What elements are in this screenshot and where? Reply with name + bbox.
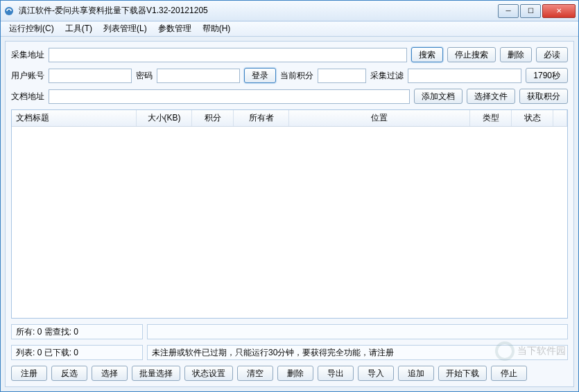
batch-select-button[interactable]: 批量选择 [132,366,180,381]
current-points-input[interactable] [318,69,366,83]
collect-filter-input[interactable] [408,69,521,83]
collect-address-row: 采集地址 搜索 停止搜索 删除 必读 [11,47,568,62]
stop-button[interactable]: 停止 [491,366,527,381]
collect-filter-label: 采集过滤 [370,70,404,82]
info-row-2: 列表: 0 已下载: 0 未注册或软件已过期，只能运行30分钟，要获得完全功能，… [11,345,568,360]
password-label: 密码 [136,70,153,82]
app-window: 滇江软件-爱问共享资料批量下载器V1.32-20121205 ─ ☐ ✕ 运行控… [0,0,579,392]
maximize-button[interactable]: ☐ [520,4,541,18]
select-button[interactable]: 选择 [92,366,128,381]
window-title: 滇江软件-爱问共享资料批量下载器V1.32-20121205 [19,5,496,17]
login-button[interactable]: 登录 [244,68,276,83]
titlebar: 滇江软件-爱问共享资料批量下载器V1.32-20121205 ─ ☐ ✕ [1,1,578,21]
clear-button[interactable]: 清空 [237,366,273,381]
seconds-display[interactable]: 1790秒 [526,68,568,83]
delete-button-top[interactable]: 删除 [500,47,532,62]
col-owner[interactable]: 所有者 [234,110,289,126]
invert-select-button[interactable]: 反选 [51,366,87,381]
col-spacer [553,110,567,126]
register-button[interactable]: 注册 [11,366,47,381]
doc-address-row: 文档地址 添加文档 选择文件 获取积分 [11,89,568,104]
col-type[interactable]: 类型 [470,110,512,126]
bottom-toolbar: 注册 反选 选择 批量选择 状态设置 清空 删除 导出 导入 追加 开始下载 停… [11,366,568,381]
account-row: 用户账号 密码 登录 当前积分 采集过滤 1790秒 [11,68,568,83]
append-button[interactable]: 追加 [398,366,434,381]
menu-tools[interactable]: 工具(T) [60,21,98,36]
app-icon [3,6,15,17]
table-header: 文档标题 大小(KB) 积分 所有者 位置 类型 状态 [12,110,567,127]
info-list-count: 列表: 0 已下载: 0 [11,345,143,360]
info-all-count: 所有: 0 需查找: 0 [11,324,143,339]
stop-search-button[interactable]: 停止搜索 [447,47,496,62]
export-button[interactable]: 导出 [318,366,354,381]
col-points[interactable]: 积分 [192,110,234,126]
current-points-label: 当前积分 [280,70,313,82]
start-download-button[interactable]: 开始下载 [438,366,487,381]
collect-address-input[interactable] [49,48,407,62]
get-points-button[interactable]: 获取积分 [519,89,568,104]
info-spacer [147,324,568,339]
search-button[interactable]: 搜索 [411,47,443,62]
menu-help[interactable]: 帮助(H) [197,21,236,36]
info-register-message: 未注册或软件已过期，只能运行30分钟，要获得完全功能，请注册 [147,345,568,360]
menu-param-manage[interactable]: 参数管理 [153,21,197,36]
col-title[interactable]: 文档标题 [12,110,137,126]
choose-file-button[interactable]: 选择文件 [467,89,515,104]
menubar: 运行控制(C) 工具(T) 列表管理(L) 参数管理 帮助(H) [1,21,578,37]
table-body[interactable] [12,127,567,318]
must-read-button[interactable]: 必读 [536,47,568,62]
delete-button-bottom[interactable]: 删除 [277,366,313,381]
doc-address-input[interactable] [49,89,410,104]
col-size[interactable]: 大小(KB) [137,110,192,126]
info-row-1: 所有: 0 需查找: 0 [11,324,568,339]
svg-point-0 [5,7,13,15]
document-table: 文档标题 大小(KB) 积分 所有者 位置 类型 状态 [11,109,568,319]
password-input[interactable] [157,69,240,83]
close-button[interactable]: ✕ [542,4,576,18]
doc-address-label: 文档地址 [11,91,44,103]
import-button[interactable]: 导入 [358,366,394,381]
user-account-input[interactable] [49,69,132,83]
col-location[interactable]: 位置 [289,110,470,126]
content-area: 采集地址 搜索 停止搜索 删除 必读 用户账号 密码 登录 当前积分 采集过滤 … [5,41,574,387]
add-doc-button[interactable]: 添加文档 [414,89,463,104]
minimize-button[interactable]: ─ [498,4,519,18]
col-status[interactable]: 状态 [512,110,553,126]
collect-address-label: 采集地址 [11,49,44,61]
state-set-button[interactable]: 状态设置 [184,366,233,381]
user-account-label: 用户账号 [11,70,44,82]
menu-run-control[interactable]: 运行控制(C) [3,21,60,36]
menu-list-manage[interactable]: 列表管理(L) [98,21,153,36]
